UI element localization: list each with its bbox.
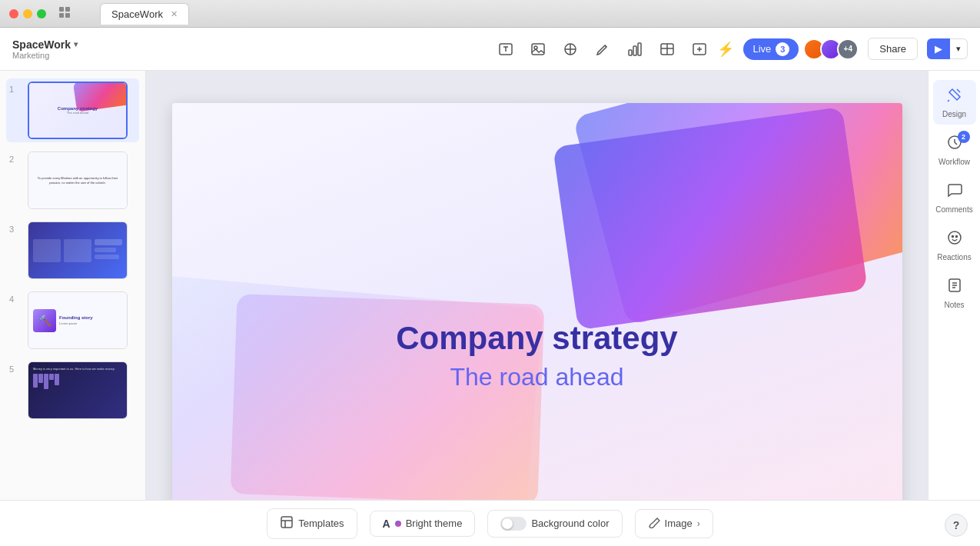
right-panel-design[interactable]: Design [933,80,976,125]
share-button[interactable]: Share [868,38,918,60]
background-color-toggle[interactable] [500,517,527,531]
slide-thumb-3 [28,221,128,279]
templates-button[interactable]: Templates [267,508,357,539]
comments-label: Comments [935,205,972,214]
workflow-badge: 2 [958,131,970,143]
svg-rect-2 [59,13,64,18]
theme-a-icon: A [383,518,390,530]
toolbar-icons [497,41,708,58]
slide-item-3[interactable]: 3 [6,218,139,282]
slide-number-2: 2 [9,155,22,164]
slide-item-5[interactable]: 5 Money is very important to us. Here is… [6,358,139,422]
pen-tool-icon[interactable] [594,41,611,58]
workflow-label: Workflow [938,158,970,166]
svg-rect-10 [638,43,641,55]
main-content: 1 Company strategy The road ahead 2 [0,71,980,546]
minimize-button[interactable] [23,9,32,18]
svg-point-16 [955,236,957,238]
titlebar: SpaceWork ✕ [0,0,980,28]
slide-item-4[interactable]: 4 🔨 Founding story Lorem ipsum [6,288,139,352]
svg-rect-0 [59,7,64,12]
svg-rect-8 [629,50,632,55]
svg-point-14 [948,231,961,244]
slide-main-title[interactable]: Company strategy [345,320,729,357]
slide-number-1: 1 [9,85,22,94]
canvas-area: Company strategy The road ahead [146,71,928,546]
bright-theme-label: Bright theme [406,518,463,529]
image-chevron-icon[interactable]: › [697,518,700,529]
more-tool-icon[interactable] [691,41,708,58]
slide-text-area: Company strategy The road ahead [345,320,729,391]
app-subtitle: Marketing [12,51,78,60]
right-panel-workflow[interactable]: 2 Workflow [933,128,976,172]
templates-icon [280,515,294,532]
image-brush-icon [648,516,660,531]
play-group: ▶ ▾ [927,38,968,59]
svg-rect-18 [281,517,292,528]
traffic-lights [9,9,46,18]
design-icon [946,86,963,107]
right-panel-comments[interactable]: Comments [933,175,976,220]
lightning-icon[interactable]: ⚡ [717,41,734,58]
svg-rect-5 [532,44,544,55]
maximize-button[interactable] [37,9,46,18]
slide-item-1[interactable]: 1 Company strategy The road ahead [6,78,139,142]
live-button[interactable]: Live 3 [743,38,799,60]
main-toolbar: SpaceWork ▾ Marketing [0,28,980,71]
slide-list: 1 Company strategy The road ahead 2 [0,71,145,515]
slide-number-4: 4 [9,295,22,304]
avatar-more: +4 [837,38,859,60]
background-color-label: Background color [531,518,609,529]
collaborator-avatars: +4 [808,38,859,60]
right-panel-reactions[interactable]: Reactions [933,223,976,268]
slide-thumb-4: 🔨 Founding story Lorem ipsum [28,291,128,349]
tab-title: SpaceWork [111,8,163,20]
comments-icon [946,181,963,202]
reactions-icon [946,229,963,250]
slide-subtitle[interactable]: The road ahead [345,363,729,391]
slide-item-2[interactable]: 2 To provide every Morttian with an oppo… [6,148,139,212]
toggle-knob [502,518,513,529]
help-label: ? [953,519,960,531]
live-count: 3 [776,42,789,56]
window-icon [58,6,71,22]
templates-label: Templates [298,518,344,529]
table-tool-icon[interactable] [659,41,676,58]
app-dropdown-arrow[interactable]: ▾ [74,40,78,48]
chart-tool-icon[interactable] [626,41,643,58]
image-tool-icon[interactable] [530,41,546,58]
right-panel-notes[interactable]: Notes [933,271,976,315]
slide-canvas: Company strategy The road ahead [172,103,902,514]
slide-sidebar: 1 Company strategy The road ahead 2 [0,71,146,546]
browser-tab[interactable]: SpaceWork ✕ [100,3,189,25]
text-tool-icon[interactable] [497,41,514,58]
slide-thumb-1: Company strategy The road ahead [28,82,128,139]
shape-tool-icon[interactable] [562,41,579,58]
slide-thumb-2: To provide every Morttian with an opport… [28,151,128,209]
svg-rect-9 [633,46,636,55]
svg-rect-1 [65,7,70,12]
toolbar-right: ⚡ Live 3 +4 Share ▶ ▾ [717,38,968,60]
slide-thumb-5: Money is very important to us. Here is h… [28,361,128,419]
notes-icon [946,277,963,298]
tab-close-icon[interactable]: ✕ [171,9,178,19]
image-label: Image [665,518,693,529]
image-button[interactable]: Image › [635,509,713,538]
design-label: Design [942,110,966,118]
app-name[interactable]: SpaceWork ▾ [12,38,78,51]
right-panel: Design 2 Workflow Comments [928,71,980,546]
live-label: Live [752,43,771,55]
slide-number-3: 3 [9,225,22,234]
svg-point-15 [952,236,953,238]
bright-theme-button[interactable]: A Bright theme [370,511,476,537]
help-button[interactable]: ? [945,514,968,537]
background-color-button[interactable]: Background color [487,510,622,538]
svg-rect-3 [65,13,70,18]
theme-dot-icon [395,521,401,527]
notes-label: Notes [944,301,964,309]
bottom-bar: Templates A Bright theme Background colo… [0,500,980,546]
close-button[interactable] [9,9,18,18]
play-dropdown-button[interactable]: ▾ [950,38,968,59]
play-button[interactable]: ▶ [927,38,950,59]
app-logo: SpaceWork ▾ Marketing [12,38,78,60]
